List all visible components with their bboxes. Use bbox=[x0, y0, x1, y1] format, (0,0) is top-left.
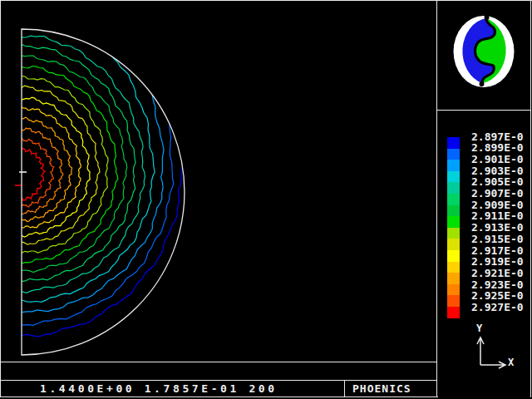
frame-bottom-line bbox=[0, 397, 438, 397]
phoenics-photon-screen: 2.897E-02.899E-02.901E-02.903E-02.905E-0… bbox=[0, 0, 532, 399]
legend-value-label: 2.919E-0 bbox=[471, 256, 531, 267]
x-axis-label: X bbox=[508, 357, 514, 367]
legend-color-swatch bbox=[447, 160, 460, 171]
logo-box-divider bbox=[437, 110, 531, 111]
legend-color-swatch bbox=[447, 295, 460, 307]
legend-color-swatch bbox=[447, 307, 460, 318]
legend-color-swatch bbox=[447, 250, 460, 262]
legend-color-swatch bbox=[447, 137, 460, 149]
legend-color-swatch bbox=[447, 171, 460, 183]
legend-value-label: 2.907E-0 bbox=[471, 188, 531, 199]
y-axis-arrow bbox=[477, 337, 484, 365]
legend-value-label: 2.917E-0 bbox=[471, 245, 531, 256]
legend-value-label: 2.915E-0 bbox=[471, 234, 531, 244]
status-bar: 1.4400E+00 1.7857E-01 200 PHOENICS bbox=[1, 381, 436, 397]
contour-line bbox=[22, 66, 118, 264]
legend-color-swatch bbox=[447, 273, 460, 284]
contour-line bbox=[22, 1, 183, 337]
status-values-text: 1.4400E+00 1.7857E-01 200 bbox=[40, 383, 278, 395]
legend-value-label: 2.903E-0 bbox=[471, 165, 531, 176]
domain-boundary-outline bbox=[22, 29, 185, 355]
y-axis-label: Y bbox=[476, 323, 482, 333]
contour-line bbox=[22, 76, 108, 254]
logo-bottom-notch bbox=[480, 81, 485, 86]
legend-value-label: 2.899E-0 bbox=[471, 142, 531, 153]
legend-value-label: 2.901E-0 bbox=[471, 154, 531, 165]
axis-indicator bbox=[466, 328, 524, 374]
legend-color-swatch bbox=[447, 194, 460, 205]
legend-color-swatch bbox=[447, 262, 460, 273]
x-axis-arrow bbox=[480, 362, 505, 368]
contour-line bbox=[22, 148, 45, 200]
legend-value-label: 2.923E-0 bbox=[471, 279, 531, 290]
spacer-bar bbox=[1, 362, 436, 380]
contour-plot bbox=[1, 1, 436, 362]
logo-top-notch bbox=[485, 15, 490, 20]
legend-value-label: 2.905E-0 bbox=[471, 176, 531, 187]
legend-color-swatch bbox=[447, 216, 460, 228]
legend-color-swatch bbox=[447, 182, 460, 194]
legend-value-label: 2.909E-0 bbox=[471, 200, 531, 210]
legend-color-swatch bbox=[447, 228, 460, 239]
contour-line bbox=[22, 128, 63, 214]
legend-value-label: 2.921E-0 bbox=[471, 268, 531, 278]
cham-logo bbox=[452, 14, 515, 89]
legend-value-label: 2.897E-0 bbox=[471, 131, 531, 142]
legend-color-swatch bbox=[447, 149, 460, 160]
panel-divider-line bbox=[436, 0, 437, 397]
legend-color-swatch bbox=[447, 284, 460, 296]
legend-value-label: 2.925E-0 bbox=[471, 290, 531, 301]
legend-value-label: 2.913E-0 bbox=[471, 222, 531, 233]
phoenics-brand-label: PHOENICS bbox=[352, 383, 411, 395]
legend-value-label: 2.911E-0 bbox=[471, 210, 531, 221]
contour-line bbox=[22, 56, 127, 273]
legend-value-label: 2.927E-0 bbox=[471, 302, 531, 313]
legend-color-swatch bbox=[447, 239, 460, 250]
legend-color-swatch bbox=[447, 205, 460, 217]
contour-lines-group bbox=[22, 1, 183, 337]
